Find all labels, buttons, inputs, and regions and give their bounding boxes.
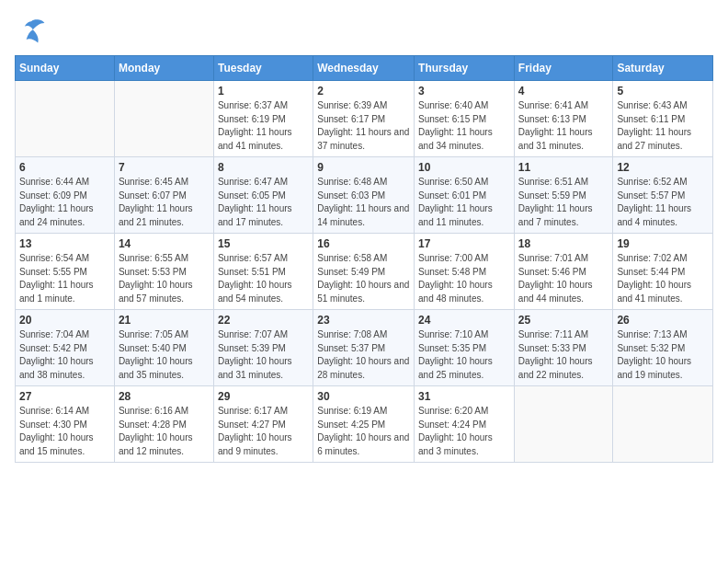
calendar-cell: 30Sunrise: 6:19 AM Sunset: 4:25 PM Dayli… (313, 386, 415, 463)
day-info: Sunrise: 6:43 AM Sunset: 6:11 PM Dayligh… (617, 99, 709, 153)
day-number: 23 (317, 314, 410, 327)
day-number: 21 (119, 314, 210, 327)
day-number: 18 (518, 237, 609, 250)
calendar-cell: 2Sunrise: 6:39 AM Sunset: 6:17 PM Daylig… (313, 81, 415, 157)
day-info: Sunrise: 6:45 AM Sunset: 6:07 PM Dayligh… (119, 176, 210, 229)
day-number: 30 (317, 390, 410, 403)
calendar-cell: 15Sunrise: 6:57 AM Sunset: 5:51 PM Dayli… (213, 234, 313, 310)
day-number: 11 (518, 161, 609, 174)
calendar-cell (613, 386, 713, 463)
day-info: Sunrise: 6:39 AM Sunset: 6:17 PM Dayligh… (317, 99, 410, 153)
calendar-cell: 6Sunrise: 6:44 AM Sunset: 6:09 PM Daylig… (16, 157, 115, 234)
day-number: 24 (418, 314, 510, 327)
calendar-cell: 9Sunrise: 6:48 AM Sunset: 6:03 PM Daylig… (313, 157, 415, 234)
calendar-cell: 4Sunrise: 6:41 AM Sunset: 6:13 PM Daylig… (514, 81, 613, 157)
day-number: 26 (617, 314, 709, 327)
day-header-sunday: Sunday (16, 56, 115, 81)
week-row-1: 1Sunrise: 6:37 AM Sunset: 6:19 PM Daylig… (16, 81, 713, 157)
day-info: Sunrise: 6:47 AM Sunset: 6:05 PM Dayligh… (218, 176, 309, 229)
logo (15, 15, 51, 48)
calendar-cell: 19Sunrise: 7:02 AM Sunset: 5:44 PM Dayli… (613, 234, 713, 310)
calendar-cell: 22Sunrise: 7:07 AM Sunset: 5:39 PM Dayli… (213, 310, 313, 386)
day-number: 14 (119, 237, 210, 250)
day-info: Sunrise: 7:05 AM Sunset: 5:40 PM Dayligh… (119, 328, 210, 382)
calendar-header-row: SundayMondayTuesdayWednesdayThursdayFrid… (16, 56, 713, 81)
page-header (15, 15, 713, 48)
calendar-cell: 25Sunrise: 7:11 AM Sunset: 5:33 PM Dayli… (514, 310, 613, 386)
day-number: 6 (19, 161, 110, 174)
calendar-cell: 27Sunrise: 6:14 AM Sunset: 4:30 PM Dayli… (16, 386, 115, 463)
day-info: Sunrise: 6:17 AM Sunset: 4:27 PM Dayligh… (218, 405, 309, 458)
day-info: Sunrise: 7:04 AM Sunset: 5:42 PM Dayligh… (19, 328, 110, 382)
day-number: 4 (518, 85, 609, 98)
calendar-cell: 20Sunrise: 7:04 AM Sunset: 5:42 PM Dayli… (16, 310, 115, 386)
day-info: Sunrise: 6:40 AM Sunset: 6:15 PM Dayligh… (418, 99, 510, 153)
day-info: Sunrise: 6:20 AM Sunset: 4:24 PM Dayligh… (418, 405, 510, 458)
week-row-3: 13Sunrise: 6:54 AM Sunset: 5:55 PM Dayli… (16, 234, 713, 310)
day-info: Sunrise: 6:51 AM Sunset: 5:59 PM Dayligh… (518, 176, 609, 229)
day-number: 16 (317, 237, 410, 250)
calendar-cell: 31Sunrise: 6:20 AM Sunset: 4:24 PM Dayli… (415, 386, 515, 463)
day-number: 10 (418, 161, 510, 174)
day-header-wednesday: Wednesday (313, 56, 415, 81)
day-number: 22 (218, 314, 309, 327)
day-info: Sunrise: 7:10 AM Sunset: 5:35 PM Dayligh… (418, 328, 510, 382)
day-number: 3 (418, 85, 510, 98)
day-info: Sunrise: 6:48 AM Sunset: 6:03 PM Dayligh… (317, 176, 410, 229)
calendar-cell: 13Sunrise: 6:54 AM Sunset: 5:55 PM Dayli… (16, 234, 115, 310)
week-row-5: 27Sunrise: 6:14 AM Sunset: 4:30 PM Dayli… (16, 386, 713, 463)
day-number: 13 (19, 237, 110, 250)
day-number: 12 (617, 161, 709, 174)
day-header-friday: Friday (514, 56, 613, 81)
week-row-4: 20Sunrise: 7:04 AM Sunset: 5:42 PM Dayli… (16, 310, 713, 386)
day-info: Sunrise: 6:57 AM Sunset: 5:51 PM Dayligh… (218, 252, 309, 305)
calendar-cell: 28Sunrise: 6:16 AM Sunset: 4:28 PM Dayli… (114, 386, 213, 463)
day-number: 31 (418, 390, 510, 403)
day-info: Sunrise: 6:16 AM Sunset: 4:28 PM Dayligh… (119, 405, 210, 458)
day-number: 20 (19, 314, 110, 327)
day-info: Sunrise: 6:44 AM Sunset: 6:09 PM Dayligh… (19, 176, 110, 229)
day-number: 1 (218, 85, 309, 98)
day-number: 7 (119, 161, 210, 174)
day-number: 2 (317, 85, 410, 98)
day-info: Sunrise: 7:01 AM Sunset: 5:46 PM Dayligh… (518, 252, 609, 305)
day-info: Sunrise: 6:58 AM Sunset: 5:49 PM Dayligh… (317, 252, 410, 305)
day-header-tuesday: Tuesday (213, 56, 313, 81)
calendar-cell: 14Sunrise: 6:55 AM Sunset: 5:53 PM Dayli… (114, 234, 213, 310)
calendar-cell: 1Sunrise: 6:37 AM Sunset: 6:19 PM Daylig… (213, 81, 313, 157)
calendar-cell: 23Sunrise: 7:08 AM Sunset: 5:37 PM Dayli… (313, 310, 415, 386)
calendar-cell (514, 386, 613, 463)
day-info: Sunrise: 6:37 AM Sunset: 6:19 PM Dayligh… (218, 99, 309, 153)
day-number: 15 (218, 237, 309, 250)
calendar-cell: 7Sunrise: 6:45 AM Sunset: 6:07 PM Daylig… (114, 157, 213, 234)
day-number: 19 (617, 237, 709, 250)
day-number: 9 (317, 161, 410, 174)
calendar-table: SundayMondayTuesdayWednesdayThursdayFrid… (15, 55, 713, 463)
day-info: Sunrise: 6:41 AM Sunset: 6:13 PM Dayligh… (518, 99, 609, 153)
day-info: Sunrise: 6:19 AM Sunset: 4:25 PM Dayligh… (317, 405, 410, 458)
day-info: Sunrise: 6:54 AM Sunset: 5:55 PM Dayligh… (19, 252, 110, 305)
day-info: Sunrise: 7:08 AM Sunset: 5:37 PM Dayligh… (317, 328, 410, 382)
calendar-cell: 12Sunrise: 6:52 AM Sunset: 5:57 PM Dayli… (613, 157, 713, 234)
day-info: Sunrise: 7:13 AM Sunset: 5:32 PM Dayligh… (617, 328, 709, 382)
calendar-cell: 3Sunrise: 6:40 AM Sunset: 6:15 PM Daylig… (415, 81, 515, 157)
calendar-cell: 18Sunrise: 7:01 AM Sunset: 5:46 PM Dayli… (514, 234, 613, 310)
calendar-cell: 26Sunrise: 7:13 AM Sunset: 5:32 PM Dayli… (613, 310, 713, 386)
day-number: 28 (119, 390, 210, 403)
day-info: Sunrise: 6:50 AM Sunset: 6:01 PM Dayligh… (418, 176, 510, 229)
calendar-cell: 29Sunrise: 6:17 AM Sunset: 4:27 PM Dayli… (213, 386, 313, 463)
day-info: Sunrise: 7:07 AM Sunset: 5:39 PM Dayligh… (218, 328, 309, 382)
day-info: Sunrise: 7:00 AM Sunset: 5:48 PM Dayligh… (418, 252, 510, 305)
day-number: 27 (19, 390, 110, 403)
week-row-2: 6Sunrise: 6:44 AM Sunset: 6:09 PM Daylig… (16, 157, 713, 234)
day-info: Sunrise: 6:14 AM Sunset: 4:30 PM Dayligh… (19, 405, 110, 458)
day-number: 8 (218, 161, 309, 174)
day-header-saturday: Saturday (613, 56, 713, 81)
day-info: Sunrise: 7:02 AM Sunset: 5:44 PM Dayligh… (617, 252, 709, 305)
calendar-cell: 11Sunrise: 6:51 AM Sunset: 5:59 PM Dayli… (514, 157, 613, 234)
calendar-cell: 21Sunrise: 7:05 AM Sunset: 5:40 PM Dayli… (114, 310, 213, 386)
calendar-cell: 17Sunrise: 7:00 AM Sunset: 5:48 PM Dayli… (415, 234, 515, 310)
calendar-cell (16, 81, 115, 157)
calendar-cell: 5Sunrise: 6:43 AM Sunset: 6:11 PM Daylig… (613, 81, 713, 157)
day-header-monday: Monday (114, 56, 213, 81)
